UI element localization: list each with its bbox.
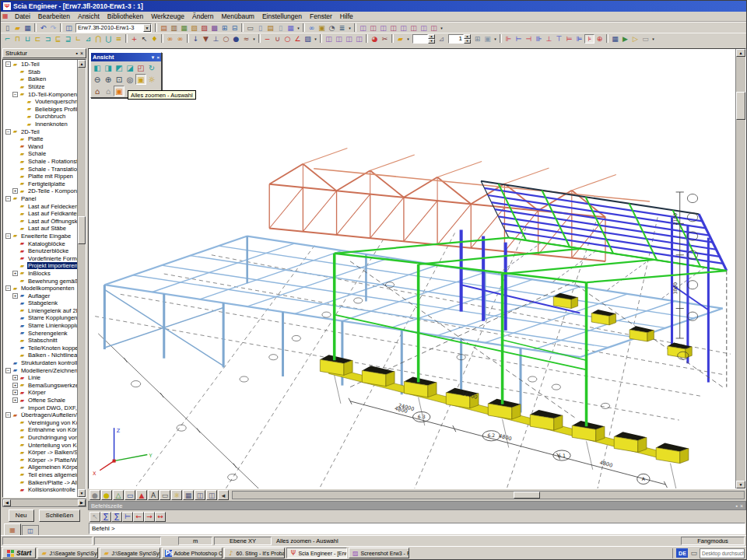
angle-tool-icon[interactable]: ∠ bbox=[293, 34, 303, 44]
member-tool-2-icon[interactable]: ⊢ bbox=[514, 34, 524, 44]
dock-tab-1[interactable]: ▦ bbox=[4, 523, 21, 535]
language-indicator[interactable]: DE bbox=[676, 548, 688, 558]
cross-section-tool-9-icon[interactable]: ⊿ bbox=[83, 34, 93, 44]
tree-item[interactable]: ▰Vereinigung von Körp bbox=[4, 419, 77, 427]
close-icon[interactable]: × bbox=[156, 55, 160, 60]
spin-down-icon[interactable]: ▼ bbox=[464, 39, 471, 44]
tree-item[interactable]: ▰Allgemeinen Körper in bbox=[4, 464, 77, 471]
tree-item[interactable]: ▰Durchdringung von K bbox=[4, 434, 77, 442]
tree-item[interactable]: ▰Entnahme von Körper bbox=[4, 426, 77, 434]
tree-item[interactable]: ▰Innenknoten bbox=[4, 121, 77, 128]
tree-item[interactable]: ▰Last auf Feldecken bbox=[4, 202, 77, 210]
tree-item[interactable]: ▰Katalogblöcke bbox=[4, 240, 77, 247]
scroll-up-icon[interactable]: ▲ bbox=[78, 60, 86, 68]
close-icon[interactable]: × bbox=[80, 51, 83, 57]
tile-window-4-icon[interactable]: ◫ bbox=[354, 34, 364, 44]
chevron-down-icon[interactable]: ▼ bbox=[143, 24, 151, 32]
undo-icon[interactable]: ↶ bbox=[38, 23, 48, 33]
zoom-out-icon[interactable]: ⊖ bbox=[92, 74, 103, 85]
table-icon[interactable]: ⊞ bbox=[219, 23, 230, 33]
window-view-icon[interactable]: ◫ bbox=[195, 490, 205, 500]
calculator-icon[interactable]: ▦ bbox=[286, 23, 296, 33]
window-layout-8-icon[interactable]: ◫ bbox=[429, 23, 439, 33]
window-layout-3-icon[interactable]: ◫ bbox=[378, 23, 388, 33]
tree-item[interactable]: −▰1D-Teil bbox=[4, 61, 77, 68]
sum-small-icon[interactable]: ∑ bbox=[111, 512, 122, 522]
cross-section-tool-2-icon[interactable]: ⊓ bbox=[12, 34, 23, 44]
dropdown-arrow-icon[interactable]: ▾ bbox=[651, 37, 656, 41]
project-combo[interactable]: Erw7.3fl-2010-Erw1-3▼ bbox=[75, 23, 152, 33]
hinge-icon[interactable]: ○ bbox=[221, 34, 231, 44]
menu-hilfe[interactable]: Hilfe bbox=[336, 12, 357, 21]
spring-icon[interactable]: ≈ bbox=[241, 34, 251, 44]
close-icon[interactable]: × bbox=[740, 503, 743, 509]
tree-item[interactable]: ▰Starre Linienkopplung bbox=[4, 322, 77, 330]
expand-icon[interactable]: + bbox=[12, 271, 18, 276]
printer-tray-icon[interactable]: ▭ bbox=[690, 549, 697, 557]
model-viewport[interactable]: 48004800480014400240006.36.26.1A21003000… bbox=[88, 48, 746, 489]
multiplier-spinner[interactable]: ▲▼ bbox=[412, 34, 435, 44]
tree-item[interactable]: −▰Modellkomponenten bbox=[4, 285, 77, 292]
expand-icon[interactable]: + bbox=[12, 397, 18, 403]
snap-mode-button[interactable]: Fangmodus bbox=[681, 537, 745, 545]
cross-section-tool-5-icon[interactable]: ⊐ bbox=[43, 34, 53, 44]
tree-item[interactable]: ▰Stab bbox=[4, 68, 77, 76]
scroll-right-icon[interactable]: ▶ bbox=[78, 499, 86, 506]
pin-icon[interactable]: ▪ bbox=[735, 503, 737, 509]
link-icon[interactable]: ∞ bbox=[307, 23, 317, 33]
gallery-icon[interactable]: ▦ bbox=[179, 23, 189, 33]
tree-item[interactable]: ▰Kollisionskontrolle vor bbox=[4, 486, 77, 494]
tree-item[interactable]: ▰Balken - Nichtlinearitä bbox=[4, 352, 77, 359]
line-tool-icon[interactable]: − bbox=[262, 34, 272, 44]
member-tool-8-icon[interactable]: ⊫ bbox=[574, 34, 584, 44]
save-icon[interactable]: ▦ bbox=[23, 23, 33, 33]
collapse-icon[interactable]: ◂ bbox=[218, 490, 229, 500]
expand-icon[interactable]: + bbox=[12, 188, 18, 194]
view-perspective-icon[interactable]: ◰ bbox=[135, 62, 146, 73]
center-view-icon[interactable]: ⊕ bbox=[594, 34, 605, 44]
tree-item[interactable]: +▰Körper bbox=[4, 389, 77, 397]
cross-section-tool-12-icon[interactable]: ≡ bbox=[114, 34, 124, 44]
tree-item[interactable]: −▰2D-Teil bbox=[4, 128, 77, 135]
zoom-all-icon[interactable]: ◎ bbox=[124, 74, 135, 85]
tree-item[interactable]: ▰Stabgelenk bbox=[4, 299, 77, 307]
tree-item[interactable]: ▰Last auf Feldkanten bbox=[4, 210, 77, 218]
tree-item[interactable]: +▰Auflager bbox=[4, 292, 77, 299]
dropdown-arrow-icon[interactable]: ▾ bbox=[405, 37, 411, 41]
taskbar-task[interactable]: ▰J:\Seagate Sync\SyncRe... bbox=[100, 548, 160, 558]
circle-tool-icon[interactable]: ○ bbox=[282, 34, 293, 44]
wireframe-icon[interactable]: ▣ bbox=[114, 86, 124, 96]
member-tool-4-icon[interactable]: ⊪ bbox=[534, 34, 544, 44]
collapse-icon[interactable]: − bbox=[5, 412, 11, 418]
catalog-blocks-icon[interactable]: ▤ bbox=[159, 23, 169, 33]
point-load-icon[interactable]: ↓ bbox=[191, 34, 201, 44]
menu-werkzeuge[interactable]: Werkzeuge bbox=[147, 12, 188, 21]
tile-window-2-icon[interactable]: ◫ bbox=[334, 34, 344, 44]
tree-item[interactable]: ▰Wand bbox=[4, 143, 77, 151]
canvas-horizontal-scrollbar[interactable] bbox=[232, 491, 745, 499]
scroll-left-icon[interactable]: ◀ bbox=[3, 499, 11, 506]
tree-horizontal-scrollbar[interactable]: ◀ ▶ bbox=[2, 499, 86, 507]
tree-item[interactable]: ▰Vordefinierte Formen bbox=[4, 254, 77, 262]
tree-item[interactable]: ▰Unterteilung von Körp bbox=[4, 441, 77, 449]
collapse-icon[interactable]: − bbox=[5, 129, 11, 135]
add-node-icon[interactable]: + bbox=[129, 34, 139, 44]
chevron-down-icon[interactable]: ▼ bbox=[151, 55, 156, 60]
taskbar-task[interactable]: PsAdobe Photoshop CS3 E... bbox=[162, 548, 223, 558]
rotate-view-icon[interactable]: ↻ bbox=[146, 62, 157, 73]
tree-item[interactable]: ▰Teil eines allgemeiner bbox=[4, 471, 77, 479]
scroll-down-icon[interactable]: ▼ bbox=[736, 481, 745, 488]
tree-item[interactable]: ▰Körper -> Platte/Wan bbox=[4, 456, 77, 464]
animation-icon[interactable]: ▷ bbox=[630, 34, 640, 44]
tree-item[interactable]: ▰Platte bbox=[4, 135, 77, 143]
expand-icon[interactable]: + bbox=[12, 375, 18, 380]
cross-section-tool-6-icon[interactable]: ⊑ bbox=[53, 34, 63, 44]
zoom-in-icon[interactable]: ⊕ bbox=[103, 74, 114, 85]
flag-icon[interactable]: ▲ bbox=[136, 490, 147, 500]
prev-command-icon[interactable]: ← bbox=[133, 512, 144, 522]
cross-section-tool-1-icon[interactable]: ⌐ bbox=[2, 34, 12, 44]
tree-item[interactable]: ▰Balken bbox=[4, 75, 77, 83]
tree-item[interactable]: +▰Bemaßungswerkzeug bbox=[4, 382, 77, 390]
tree-item[interactable]: −▰Übertragen/Aufteilen/Ver bbox=[4, 411, 77, 419]
tree-item[interactable]: ▰Schale - Translationsf bbox=[4, 165, 77, 173]
